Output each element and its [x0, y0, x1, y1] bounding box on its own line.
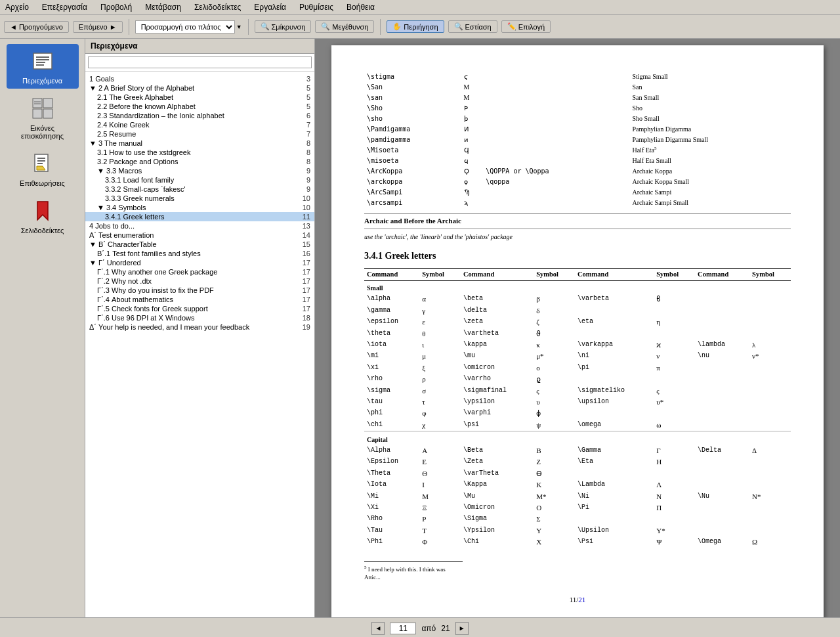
- tree-item-number: 17: [295, 268, 310, 276]
- tree-item[interactable]: Γ΄.6 Use 96 DPI at X Windows18: [85, 313, 314, 322]
- table-row: \Sho Ϸ Sho: [364, 103, 791, 114]
- tree-item-label: 3.3.3 Greek numerals: [105, 194, 295, 202]
- sidebar-item-bookmarks[interactable]: Σελιδοδείκτες: [7, 194, 79, 238]
- document-scroll[interactable]: \stigma ϛ Stigma Small \San Μ San: [315, 39, 840, 617]
- table-row: \arcsampi ϡ Archaic Sampi Small: [364, 198, 791, 208]
- tree-item[interactable]: 4 Jobs to do...13: [85, 221, 314, 231]
- tree-item[interactable]: Γ΄.2 Why not .dtx17: [85, 276, 314, 286]
- tree-item-label: 2.1 The Greek Alphabet: [97, 93, 295, 101]
- tree-item[interactable]: 2.3 Standardization – the Ionic alphabet…: [85, 111, 314, 120]
- tree-item-label: 3.3.1 Load font family: [105, 176, 295, 184]
- find-button[interactable]: 🔍 Εστίαση: [448, 20, 497, 33]
- greek-letters-table: Command Symbol Command Symbol Command Sy…: [364, 268, 791, 548]
- zoom-in-icon: 🔍: [321, 22, 330, 31]
- tree-item[interactable]: Γ΄.3 Why do you insist to fix the PDF17: [85, 286, 314, 295]
- tree-item[interactable]: 3.1 How to use the xstdgreek8: [85, 148, 314, 157]
- document-view: \stigma ϛ Stigma Small \San Μ San: [315, 39, 840, 617]
- tree-item[interactable]: 1 Goals3: [85, 74, 314, 83]
- sidebar-item-contents[interactable]: Περιεχόμενα: [7, 44, 79, 89]
- thumbnails-icon: [30, 95, 56, 121]
- tree-item[interactable]: Α΄ Test enumeration14: [85, 231, 314, 240]
- tree-item-number: 13: [295, 222, 310, 230]
- tree-item[interactable]: ▼ 3 The manual8: [85, 139, 314, 148]
- table-row: \alphaα \betaβ \varbetaϐ: [364, 294, 791, 305]
- fit-select[interactable]: Προσαρμογή στο πλάτος: [135, 20, 235, 33]
- contents-search-input[interactable]: [88, 56, 312, 68]
- table-row: \ArcKoppa Ϙ \QOPPA or \Qoppa Archaic Kop…: [364, 166, 791, 177]
- tree-item-number: 6: [295, 112, 310, 120]
- sidebar-item-thumbnails[interactable]: Εικόνες επισκόπησης: [7, 91, 79, 144]
- table-row: \epsilonε \zetaζ \etaη: [364, 317, 791, 328]
- svg-rect-6: [43, 99, 52, 108]
- table-row: \misoeta ϥ Half Eta Small: [364, 156, 791, 166]
- browse-button[interactable]: ✋ Περιήγηση: [387, 20, 444, 33]
- forward-button[interactable]: Επόμενο ►: [73, 21, 123, 33]
- tree-item[interactable]: ▼ 3.4 Symbols10: [85, 203, 314, 212]
- tree-item[interactable]: 3.2 Package and Options8: [85, 157, 314, 166]
- menu-edit[interactable]: Επεξεργασία: [39, 1, 90, 13]
- page-number-input[interactable]: [390, 623, 416, 634]
- tree-item[interactable]: Γ΄.1 Why another one Greek package17: [85, 267, 314, 276]
- menu-file[interactable]: Αρχείο: [3, 1, 32, 13]
- of-label: από: [421, 624, 436, 633]
- tree-item[interactable]: 3.4.1 Greek letters11: [85, 212, 314, 221]
- browse-label: Περιήγηση: [404, 23, 438, 31]
- page-total-link[interactable]: 21: [578, 596, 585, 604]
- tree-item-number: 9: [295, 176, 310, 184]
- table-row: \IotaΙ \KappaΚ \LambdaΛ: [364, 479, 791, 491]
- tree-item-label: ▼ 3 The manual: [89, 139, 295, 147]
- contents-search: [85, 54, 314, 72]
- tree-item[interactable]: 3.3.3 Greek numerals10: [85, 194, 314, 203]
- page-current: 11: [570, 596, 577, 604]
- table-row: \rhoρ \varrhoϱ: [364, 374, 791, 385]
- tree-item-label: ▼ Β΄ CharacterTable: [89, 240, 295, 248]
- tree-item[interactable]: 2.2 Before the known Alphabet5: [85, 102, 314, 111]
- tree-item[interactable]: ▼ 2 A Brief Story of the Alphabet5: [85, 83, 314, 93]
- tree-item-label: 4 Jobs to do...: [89, 222, 295, 230]
- tree-item[interactable]: Β΄.1 Test font families and styles16: [85, 249, 314, 258]
- zoom-in-button[interactable]: 🔍 Μεγέθυνση: [315, 20, 374, 33]
- tree-item[interactable]: Δ΄ Your help is needed, and I mean your …: [85, 322, 314, 332]
- zoom-out-button[interactable]: 🔍 Σμίκρυνση: [255, 20, 312, 33]
- tree-item[interactable]: ▼ Β΄ CharacterTable15: [85, 240, 314, 249]
- next-page-button[interactable]: ►: [455, 622, 469, 635]
- tree-item-label: Γ΄.1 Why another one Greek package: [97, 268, 295, 276]
- table-row: \phiφ \varphiϕ: [364, 408, 791, 419]
- tree-item-label: 2.2 Before the known Alphabet: [97, 102, 295, 110]
- table-row: \Misoeta Ϥ Half Eta5: [364, 145, 791, 156]
- tree-item-number: 16: [295, 250, 310, 257]
- tree-item-label: Γ΄.2 Why not .dtx: [97, 277, 295, 285]
- sidebar-item-reviews[interactable]: Επιθεωρήσεις: [7, 146, 79, 191]
- tree-item-number: 17: [295, 296, 310, 303]
- tree-item-number: 17: [295, 286, 310, 294]
- tree-item-number: 5: [295, 84, 310, 92]
- prev-page-button[interactable]: ◄: [371, 622, 385, 635]
- contents-header: Περιεχόμενα: [85, 39, 314, 54]
- table-row: \iotaι \kappaκ \varkappaϰ \lambdaλ: [364, 340, 791, 351]
- sidebar-thumbnails-label: Εικόνες επισκόπησης: [9, 124, 76, 140]
- menu-go[interactable]: Μετάβαση: [142, 1, 184, 13]
- back-button[interactable]: ◄ Προηγούμενο: [4, 21, 69, 33]
- tree-item[interactable]: Γ΄.5 Check fonts for Greek support17: [85, 304, 314, 313]
- tree-item[interactable]: 2.5 Resume7: [85, 129, 314, 139]
- menu-view[interactable]: Προβολή: [98, 1, 135, 13]
- tree-item-label: Γ΄.5 Check fonts for Greek support: [97, 305, 295, 313]
- tree-item[interactable]: ▼ 3.3 Macros9: [85, 166, 314, 175]
- tree-item[interactable]: 3.3.2 Small-caps `fakesc'9: [85, 185, 314, 194]
- select-button[interactable]: ✏️ Επιλογή: [501, 20, 551, 33]
- menu-settings[interactable]: Ρυθμίσεις: [297, 1, 336, 13]
- menu-bookmarks[interactable]: Σελιδοδείκτες: [192, 1, 243, 13]
- tree-item[interactable]: 3.3.1 Load font family9: [85, 175, 314, 185]
- select-icon: ✏️: [507, 22, 516, 31]
- table-row: \gammaγ \deltaδ: [364, 305, 791, 317]
- toolbar-sep-2: [248, 19, 249, 35]
- menu-help[interactable]: Βοήθεια: [344, 1, 377, 13]
- tree-item[interactable]: ▼ Γ΄ Unordered17: [85, 258, 314, 267]
- tree-item-number: 8: [295, 139, 310, 147]
- tree-item[interactable]: 2.1 The Greek Alphabet5: [85, 93, 314, 102]
- tree-item[interactable]: 2.4 Koine Greek7: [85, 120, 314, 129]
- tree-item[interactable]: Γ΄.4 About mathematics17: [85, 295, 314, 304]
- table-row: \san Μ San Small: [364, 93, 791, 103]
- tree-item-label: Γ΄.6 Use 96 DPI at X Windows: [97, 314, 295, 322]
- menu-tools[interactable]: Εργαλεία: [251, 1, 289, 13]
